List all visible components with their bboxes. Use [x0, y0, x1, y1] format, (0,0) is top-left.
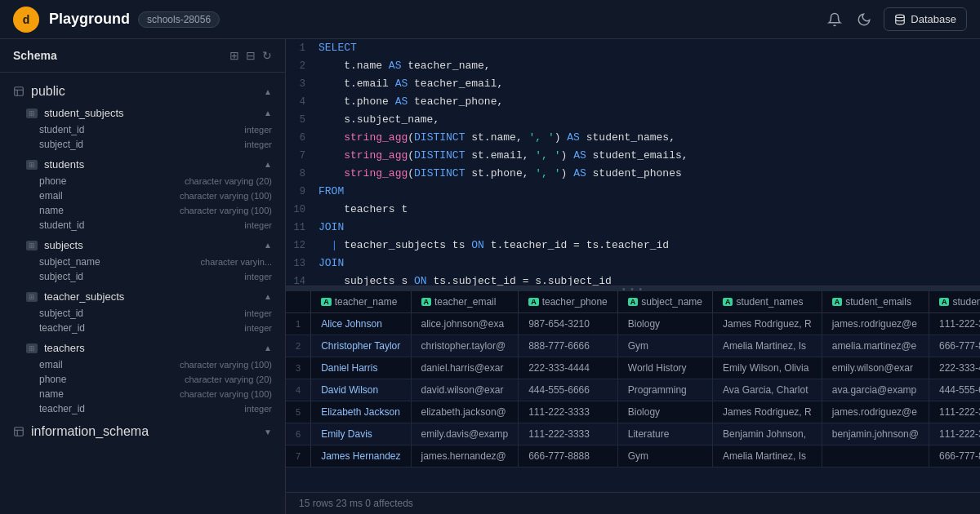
sidebar-layout-icon[interactable]: ⊞ — [229, 49, 239, 62]
code-line-3: 3 t.email AS teacher_email, — [286, 75, 980, 93]
dark-mode-icon[interactable] — [851, 7, 877, 33]
table-header-student-subjects[interactable]: ⊞ student_subjects ▲ — [13, 104, 285, 122]
cell-teacher-email: daniel.harris@exar — [411, 357, 519, 379]
cell-teacher-name: Alice Johnson — [311, 313, 411, 335]
schema-name-information: information_schema — [31, 424, 149, 439]
cell-student-phones: 111-222-3333, ... — [929, 423, 980, 445]
column-item: teacher_id integer — [39, 321, 285, 335]
cell-teacher-phone: 987-654-3210 — [519, 313, 618, 335]
column-name: phone — [39, 175, 66, 187]
cell-student-names: James Rodriguez, R — [712, 401, 822, 423]
table-icon: ⊞ — [26, 292, 38, 302]
column-type: character varying (20) — [185, 176, 272, 186]
results-stats: 15 rows 23 ms 0 affecteds — [299, 498, 413, 509]
column-name: subject_name — [39, 256, 100, 268]
results-area: • • • A teacher_name A teacher_email — [286, 286, 980, 514]
cell-teacher-name: Daniel Harris — [311, 357, 411, 379]
col-header-student-phones: A student_ph... — [929, 291, 980, 313]
code-line-8: 8 string_agg(DISTINCT st.phone, ', ') AS… — [286, 165, 980, 183]
table-row: 5 Elizabeth Jackson elizabeth.jackson@ 1… — [286, 401, 980, 423]
cell-student-emails: james.rodriguez@e — [822, 401, 929, 423]
svg-point-0 — [896, 15, 905, 18]
cell-teacher-phone: 888-777-6666 — [519, 335, 618, 357]
table-row: 2 Christopher Taylor christopher.taylor@… — [286, 335, 980, 357]
table-name-teacher-subjects: teacher_subjects — [44, 290, 124, 303]
cell-subject-name: Literature — [617, 423, 712, 445]
column-list-students: phone character varying (20) email chara… — [13, 174, 285, 233]
table-name-students: students — [44, 158, 84, 171]
column-list-teachers: email character varying (100) phone char… — [13, 357, 285, 416]
column-name: teacher_id — [39, 322, 85, 334]
column-type: integer — [244, 220, 272, 230]
column-item: student_id integer — [39, 122, 285, 137]
app-logo: d — [13, 7, 39, 33]
cell-teacher-email: alice.johnson@exa — [411, 313, 519, 335]
sql-editor[interactable]: 1 SELECT 2 t.name AS teacher_name, 3 t.e… — [286, 39, 980, 286]
sidebar-tree-icon[interactable]: ⊟ — [246, 49, 256, 62]
cell-teacher-phone: 666-777-8888 — [519, 445, 618, 467]
cell-teacher-phone: 222-333-4444 — [519, 357, 618, 379]
cell-student-phones: 222-333-4444, ... — [929, 357, 980, 379]
code-line-14: 14 subjects s ON ts.subject_id = s.subje… — [286, 273, 980, 286]
column-list-teacher-subjects: subject_id integer teacher_id integer — [13, 306, 285, 335]
cell-subject-name: Gym — [617, 335, 712, 357]
schema-chevron-information: ▼ — [264, 428, 272, 436]
row-num: 3 — [286, 357, 311, 379]
table-header-subjects[interactable]: ⊞ subjects ▲ — [13, 236, 285, 255]
column-type: character varying (100) — [180, 206, 272, 215]
sidebar-refresh-icon[interactable]: ↻ — [262, 49, 272, 62]
cell-teacher-phone: 111-222-3333 — [519, 423, 618, 445]
column-type: integer — [244, 140, 272, 149]
schema-icon — [13, 426, 24, 437]
schema-icon — [13, 86, 24, 97]
column-name: subject_id — [39, 139, 83, 150]
table-row: 4 David Wilson david.wilson@exar 444-555… — [286, 379, 980, 401]
results-table-wrap[interactable]: A teacher_name A teacher_email A teacher… — [286, 291, 980, 492]
row-num: 1 — [286, 313, 311, 335]
schema-group-public: public ▲ ⊞ student_subjects ▲ studen — [0, 79, 285, 416]
table-chevron: ▲ — [264, 109, 272, 117]
col-header-student-names: A student_names — [712, 291, 822, 313]
schema-group-information: information_schema ▼ — [0, 419, 285, 444]
cell-teacher-name: Christopher Taylor — [311, 335, 411, 357]
cell-teacher-name: Emily Davis — [311, 423, 411, 445]
row-num: 2 — [286, 335, 311, 357]
col-header-rownum — [286, 291, 311, 313]
table-header-teacher-subjects[interactable]: ⊞ teacher_subjects ▲ — [13, 287, 285, 306]
table-name-teachers: teachers — [44, 342, 85, 354]
cell-teacher-email: james.hernandez@ — [411, 445, 519, 467]
column-type: integer — [244, 404, 272, 414]
table-icon: ⊞ — [26, 109, 38, 118]
column-type: integer — [244, 323, 272, 333]
col-header-subject-name: A subject_name — [617, 291, 712, 313]
column-item: student_id integer — [39, 218, 285, 233]
cell-student-phones: 666-777-8888, ... — [929, 445, 980, 467]
column-list-student-subjects: student_id integer subject_id integer — [13, 122, 285, 152]
results-footer: 15 rows 23 ms 0 affecteds — [286, 492, 980, 514]
column-type: character varyin... — [201, 257, 272, 267]
code-line-11: 11 JOIN — [286, 219, 980, 237]
cell-subject-name: Programming — [617, 379, 712, 401]
cell-subject-name: Biology — [617, 401, 712, 423]
table-chevron: ▲ — [264, 160, 272, 169]
cell-student-names: Amelia Martinez, Is — [712, 445, 822, 467]
content-area: 1 SELECT 2 t.name AS teacher_name, 3 t.e… — [286, 39, 980, 514]
table-chevron: ▲ — [264, 292, 272, 301]
notification-icon[interactable] — [822, 7, 848, 33]
cell-student-emails: emily.wilson@exar — [822, 357, 929, 379]
database-button[interactable]: Database — [884, 7, 967, 31]
app-header: d Playground schools-28056 Database — [0, 0, 980, 39]
table-item-teacher-subjects: ⊞ teacher_subjects ▲ subject_id integer … — [13, 287, 285, 335]
cell-student-names: Emily Wilson, Olivia — [712, 357, 822, 379]
cell-subject-name: Gym — [617, 445, 712, 467]
code-line-4: 4 t.phone AS teacher_phone, — [286, 93, 980, 111]
schema-group-header-public[interactable]: public ▲ — [0, 79, 285, 104]
cell-subject-name: Biology — [617, 313, 712, 335]
table-header-teachers[interactable]: ⊞ teachers ▲ — [13, 339, 285, 357]
table-icon: ⊞ — [26, 160, 38, 170]
table-item-teachers: ⊞ teachers ▲ email character varying (10… — [13, 339, 285, 416]
table-header-students[interactable]: ⊞ students ▲ — [13, 155, 285, 174]
schema-group-header-information[interactable]: information_schema ▼ — [0, 419, 285, 444]
cell-student-names: James Rodriguez, R — [712, 313, 822, 335]
sidebar-title: Schema — [13, 49, 57, 62]
